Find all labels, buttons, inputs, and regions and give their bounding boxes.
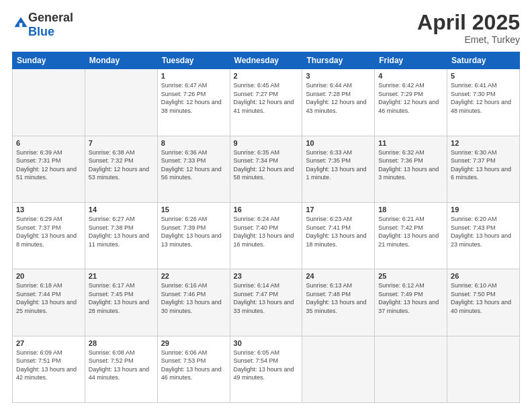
day-info: Sunrise: 6:17 AM Sunset: 7:45 PM Dayligh… — [89, 281, 154, 315]
table-row: 19Sunrise: 6:20 AM Sunset: 7:43 PM Dayli… — [447, 202, 520, 269]
day-number: 28 — [89, 339, 154, 347]
table-row: 23Sunrise: 6:14 AM Sunset: 7:47 PM Dayli… — [230, 269, 302, 336]
day-number: 11 — [378, 139, 443, 147]
day-number: 13 — [16, 205, 81, 214]
table-row — [85, 69, 157, 136]
calendar-header-row: Sunday Monday Tuesday Wednesday Thursday… — [13, 52, 520, 69]
col-thursday: Thursday — [302, 52, 375, 69]
table-row: 5Sunrise: 6:41 AM Sunset: 7:30 PM Daylig… — [447, 69, 520, 136]
table-row: 2Sunrise: 6:45 AM Sunset: 7:27 PM Daylig… — [230, 69, 302, 136]
title-location: Emet, Turkey — [417, 34, 520, 45]
day-info: Sunrise: 6:33 AM Sunset: 7:35 PM Dayligh… — [306, 148, 371, 182]
table-row: 26Sunrise: 6:10 AM Sunset: 7:50 PM Dayli… — [447, 269, 520, 336]
table-row: 4Sunrise: 6:42 AM Sunset: 7:29 PM Daylig… — [375, 69, 447, 136]
calendar-table: Sunday Monday Tuesday Wednesday Thursday… — [12, 52, 520, 403]
day-info: Sunrise: 6:44 AM Sunset: 7:28 PM Dayligh… — [306, 81, 371, 115]
svg-rect-1 — [19, 23, 22, 27]
day-number: 5 — [451, 72, 516, 80]
col-wednesday: Wednesday — [230, 52, 302, 69]
day-number: 9 — [234, 139, 299, 147]
title-month: April 2025 — [417, 11, 520, 34]
calendar-week-row: 6Sunrise: 6:39 AM Sunset: 7:31 PM Daylig… — [13, 136, 520, 202]
table-row: 17Sunrise: 6:23 AM Sunset: 7:41 PM Dayli… — [302, 202, 375, 269]
table-row: 7Sunrise: 6:38 AM Sunset: 7:32 PM Daylig… — [85, 136, 157, 202]
day-number: 21 — [89, 272, 154, 280]
table-row: 29Sunrise: 6:06 AM Sunset: 7:53 PM Dayli… — [157, 336, 230, 402]
table-row: 15Sunrise: 6:26 AM Sunset: 7:39 PM Dayli… — [157, 202, 230, 269]
day-info: Sunrise: 6:32 AM Sunset: 7:36 PM Dayligh… — [378, 148, 443, 182]
table-row: 27Sunrise: 6:09 AM Sunset: 7:51 PM Dayli… — [13, 336, 85, 402]
table-row — [447, 336, 520, 402]
day-number: 20 — [16, 272, 81, 280]
day-info: Sunrise: 6:27 AM Sunset: 7:38 PM Dayligh… — [89, 215, 154, 248]
day-info: Sunrise: 6:36 AM Sunset: 7:33 PM Dayligh… — [161, 148, 226, 182]
day-number: 15 — [161, 205, 226, 214]
day-info: Sunrise: 6:41 AM Sunset: 7:30 PM Dayligh… — [451, 81, 516, 115]
table-row: 10Sunrise: 6:33 AM Sunset: 7:35 PM Dayli… — [302, 136, 375, 202]
table-row: 1Sunrise: 6:47 AM Sunset: 7:26 PM Daylig… — [157, 69, 230, 136]
day-number: 2 — [234, 72, 299, 80]
calendar-week-row: 20Sunrise: 6:18 AM Sunset: 7:44 PM Dayli… — [13, 269, 520, 336]
day-info: Sunrise: 6:45 AM Sunset: 7:27 PM Dayligh… — [234, 81, 299, 115]
table-row — [302, 336, 375, 402]
table-row: 24Sunrise: 6:13 AM Sunset: 7:48 PM Dayli… — [302, 269, 375, 336]
day-info: Sunrise: 6:20 AM Sunset: 7:43 PM Dayligh… — [451, 215, 516, 248]
day-info: Sunrise: 6:47 AM Sunset: 7:26 PM Dayligh… — [161, 81, 226, 115]
day-info: Sunrise: 6:12 AM Sunset: 7:49 PM Dayligh… — [378, 281, 443, 315]
day-number: 1 — [161, 72, 226, 80]
calendar-week-row: 1Sunrise: 6:47 AM Sunset: 7:26 PM Daylig… — [13, 69, 520, 136]
page: General Blue April 2025 Emet, Turkey Sun… — [0, 0, 532, 411]
day-number: 16 — [234, 205, 299, 214]
title-block: April 2025 Emet, Turkey — [417, 11, 520, 45]
logo-blue-text: Blue — [28, 25, 54, 38]
day-number: 27 — [16, 339, 81, 347]
day-info: Sunrise: 6:42 AM Sunset: 7:29 PM Dayligh… — [378, 81, 443, 115]
day-info: Sunrise: 6:35 AM Sunset: 7:34 PM Dayligh… — [234, 148, 299, 182]
day-number: 6 — [16, 139, 81, 147]
day-number: 22 — [161, 272, 226, 280]
day-number: 26 — [451, 272, 516, 280]
table-row: 30Sunrise: 6:05 AM Sunset: 7:54 PM Dayli… — [230, 336, 302, 402]
day-info: Sunrise: 6:29 AM Sunset: 7:37 PM Dayligh… — [16, 215, 81, 248]
col-sunday: Sunday — [13, 52, 85, 69]
col-friday: Friday — [375, 52, 447, 69]
day-info: Sunrise: 6:38 AM Sunset: 7:32 PM Dayligh… — [89, 148, 154, 182]
table-row: 9Sunrise: 6:35 AM Sunset: 7:34 PM Daylig… — [230, 136, 302, 202]
day-number: 12 — [451, 139, 516, 147]
header: General Blue April 2025 Emet, Turkey — [12, 11, 520, 45]
day-number: 24 — [306, 272, 371, 280]
day-info: Sunrise: 6:14 AM Sunset: 7:47 PM Dayligh… — [234, 281, 299, 315]
day-number: 30 — [234, 339, 299, 347]
day-info: Sunrise: 6:39 AM Sunset: 7:31 PM Dayligh… — [16, 148, 81, 182]
table-row: 14Sunrise: 6:27 AM Sunset: 7:38 PM Dayli… — [85, 202, 157, 269]
day-info: Sunrise: 6:05 AM Sunset: 7:54 PM Dayligh… — [234, 349, 299, 382]
col-tuesday: Tuesday — [157, 52, 230, 69]
day-number: 14 — [89, 205, 154, 214]
table-row: 3Sunrise: 6:44 AM Sunset: 7:28 PM Daylig… — [302, 69, 375, 136]
calendar-week-row: 13Sunrise: 6:29 AM Sunset: 7:37 PM Dayli… — [13, 202, 520, 269]
day-info: Sunrise: 6:06 AM Sunset: 7:53 PM Dayligh… — [161, 349, 226, 382]
calendar-week-row: 27Sunrise: 6:09 AM Sunset: 7:51 PM Dayli… — [13, 336, 520, 402]
day-number: 3 — [306, 72, 371, 80]
table-row — [13, 69, 85, 136]
day-info: Sunrise: 6:30 AM Sunset: 7:37 PM Dayligh… — [451, 148, 516, 182]
day-info: Sunrise: 6:09 AM Sunset: 7:51 PM Dayligh… — [16, 349, 81, 382]
day-number: 4 — [378, 72, 443, 80]
day-number: 25 — [378, 272, 443, 280]
day-info: Sunrise: 6:08 AM Sunset: 7:52 PM Dayligh… — [89, 349, 154, 382]
table-row: 20Sunrise: 6:18 AM Sunset: 7:44 PM Dayli… — [13, 269, 85, 336]
day-number: 17 — [306, 205, 371, 214]
day-number: 29 — [161, 339, 226, 347]
table-row: 22Sunrise: 6:16 AM Sunset: 7:46 PM Dayli… — [157, 269, 230, 336]
col-monday: Monday — [85, 52, 157, 69]
table-row: 28Sunrise: 6:08 AM Sunset: 7:52 PM Dayli… — [85, 336, 157, 402]
logo: General Blue — [12, 11, 73, 38]
day-number: 10 — [306, 139, 371, 147]
table-row: 6Sunrise: 6:39 AM Sunset: 7:31 PM Daylig… — [13, 136, 85, 202]
table-row: 11Sunrise: 6:32 AM Sunset: 7:36 PM Dayli… — [375, 136, 447, 202]
day-info: Sunrise: 6:26 AM Sunset: 7:39 PM Dayligh… — [161, 215, 226, 248]
day-number: 18 — [378, 205, 443, 214]
table-row: 21Sunrise: 6:17 AM Sunset: 7:45 PM Dayli… — [85, 269, 157, 336]
logo-icon — [13, 16, 28, 31]
day-info: Sunrise: 6:10 AM Sunset: 7:50 PM Dayligh… — [451, 281, 516, 315]
